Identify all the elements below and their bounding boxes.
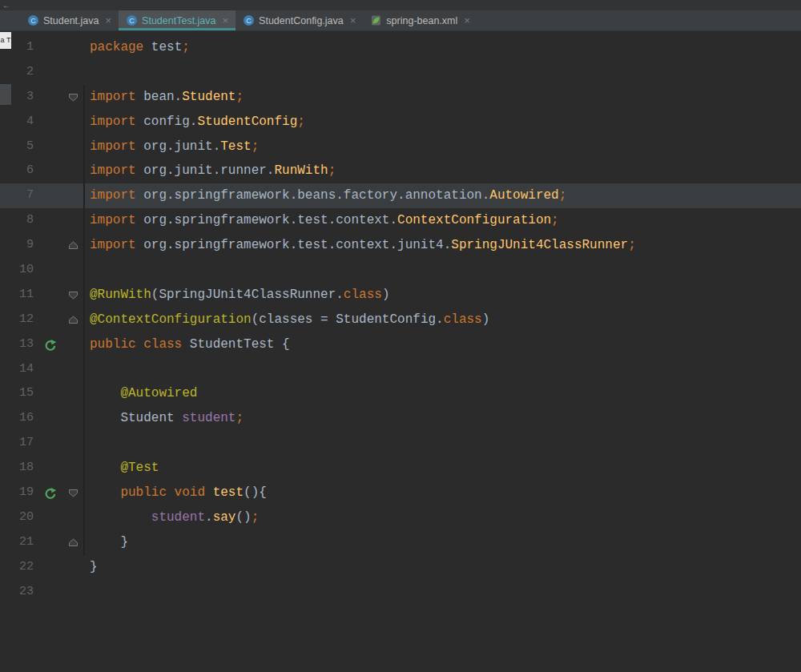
code-line[interactable]: 13public class StudentTest { — [0, 332, 801, 357]
code-line[interactable]: 21 } — [0, 530, 801, 555]
tool-strip-block — [0, 84, 11, 105]
code-line[interactable]: 20 student.say(); — [0, 505, 801, 530]
line-number: 4 — [0, 110, 37, 135]
class-icon: C — [126, 14, 138, 26]
code-lines: 1package test;23import bean.Student;4imp… — [0, 31, 801, 604]
fold-start-icon[interactable] — [62, 289, 83, 301]
code-line[interactable]: 5import org.junit.Test; — [0, 135, 801, 159]
code-line[interactable]: 22} — [0, 555, 801, 580]
svg-text:C: C — [246, 17, 252, 25]
line-number: 2 — [0, 60, 37, 85]
line-number: 23 — [0, 580, 37, 605]
code-line[interactable]: 10 — [0, 258, 801, 283]
line-number: 11 — [0, 283, 37, 308]
tab-label: spring-bean.xml — [386, 15, 457, 26]
code-line[interactable]: 2 — [0, 60, 801, 85]
fold-end-icon[interactable] — [62, 239, 83, 251]
line-number: 6 — [0, 159, 37, 183]
class-icon: C — [27, 14, 39, 26]
class-icon: C — [243, 14, 255, 26]
fold-end-icon[interactable] — [62, 314, 83, 326]
tab-label: StudentTest.java — [142, 15, 215, 26]
code-text[interactable]: @Autowired — [83, 381, 197, 406]
line-number: 17 — [0, 431, 37, 456]
code-line[interactable]: 11@RunWith(SpringJUnit4ClassRunner.class… — [0, 283, 801, 308]
svg-text:C: C — [30, 17, 36, 25]
xml-icon — [370, 14, 382, 26]
code-text[interactable]: import org.junit.runner.RunWith; — [83, 159, 336, 183]
code-text[interactable]: } — [83, 530, 128, 555]
line-number: 19 — [0, 481, 37, 505]
line-number: 15 — [0, 381, 37, 406]
code-line[interactable]: 8import org.springframework.test.context… — [0, 208, 801, 233]
code-text[interactable]: @Test — [83, 456, 159, 481]
code-line[interactable]: 12@ContextConfiguration(classes = Studen… — [0, 308, 801, 332]
code-line[interactable]: 19 public void test(){ — [0, 481, 801, 505]
code-text[interactable]: import org.springframework.test.context.… — [83, 208, 559, 233]
line-number: 7 — [0, 183, 37, 208]
line-number: 10 — [0, 258, 37, 283]
line-number: 16 — [0, 406, 37, 431]
code-line[interactable]: 3import bean.Student; — [0, 85, 801, 110]
line-number: 21 — [0, 530, 37, 555]
line-number: 9 — [0, 233, 37, 258]
code-text[interactable]: Student student; — [83, 406, 244, 431]
code-text[interactable]: import bean.Student; — [83, 85, 244, 110]
tab-StudentTest.java[interactable]: CStudentTest.java× — [119, 10, 235, 30]
run-test-icon[interactable] — [37, 486, 62, 500]
line-number: 12 — [0, 308, 37, 332]
code-line[interactable]: 14 — [0, 357, 801, 382]
run-test-icon[interactable] — [37, 338, 62, 352]
line-number: 13 — [0, 332, 37, 357]
code-line[interactable]: 9import org.springframework.test.context… — [0, 233, 801, 258]
code-text[interactable]: import config.StudentConfig; — [83, 110, 305, 135]
line-number: 14 — [0, 357, 37, 382]
back-arrow-icon[interactable]: ← — [2, 1, 10, 10]
tab-StudentConfig.java[interactable]: CStudentConfig.java× — [235, 10, 363, 30]
line-number: 8 — [0, 208, 37, 233]
line-number: 5 — [0, 135, 37, 159]
code-text[interactable]: package test; — [83, 35, 190, 60]
code-text[interactable]: import org.junit.Test; — [83, 135, 259, 159]
fold-end-icon[interactable] — [62, 537, 83, 549]
code-text[interactable]: @RunWith(SpringJUnit4ClassRunner.class) — [83, 283, 389, 308]
line-number: 18 — [0, 456, 37, 481]
line-number: 22 — [0, 555, 37, 580]
code-text[interactable]: @ContextConfiguration(classes = StudentC… — [83, 308, 489, 332]
code-line[interactable]: 17 — [0, 431, 801, 456]
code-line[interactable]: 6import org.junit.runner.RunWith; — [0, 159, 801, 183]
line-number: 20 — [0, 505, 37, 530]
svg-text:C: C — [129, 17, 135, 25]
fold-start-icon[interactable] — [62, 487, 83, 499]
code-text[interactable]: } — [83, 555, 98, 580]
close-tab-icon[interactable]: × — [106, 14, 112, 26]
close-tab-icon[interactable]: × — [350, 14, 356, 26]
navigation-strip: ← — [0, 0, 801, 10]
code-line[interactable]: 4import config.StudentConfig; — [0, 110, 801, 135]
editor-tabs: CStudent.java×CStudentTest.java×CStudent… — [0, 10, 801, 31]
code-text[interactable]: import org.springframework.beans.factory… — [83, 183, 566, 208]
code-line[interactable]: 1package test; — [0, 35, 801, 60]
code-text[interactable]: student.say(); — [83, 505, 259, 530]
code-text[interactable]: public void test(){ — [83, 481, 267, 505]
code-text[interactable]: public class StudentTest { — [83, 332, 290, 357]
gutter-border — [83, 85, 85, 556]
tab-label: StudentConfig.java — [259, 15, 344, 26]
code-line[interactable]: 23 — [0, 580, 801, 605]
code-line[interactable]: 7import org.springframework.beans.factor… — [0, 183, 801, 208]
code-line[interactable]: 16 Student student; — [0, 406, 801, 431]
code-line[interactable]: 15 @Autowired — [0, 381, 801, 406]
fold-start-icon[interactable] — [62, 91, 83, 103]
code-line[interactable]: 18 @Test — [0, 456, 801, 481]
tab-Student.java[interactable]: CStudent.java× — [20, 10, 119, 30]
tool-window-button[interactable]: a T — [0, 32, 11, 49]
close-tab-icon[interactable]: × — [464, 14, 470, 26]
close-tab-icon[interactable]: × — [223, 14, 229, 26]
code-text[interactable]: import org.springframework.test.context.… — [83, 233, 636, 258]
editor[interactable]: a T 1package test;23import bean.Student;… — [0, 31, 801, 672]
tab-spring-bean.xml[interactable]: spring-bean.xml× — [363, 10, 477, 30]
tab-label: Student.java — [43, 15, 99, 26]
